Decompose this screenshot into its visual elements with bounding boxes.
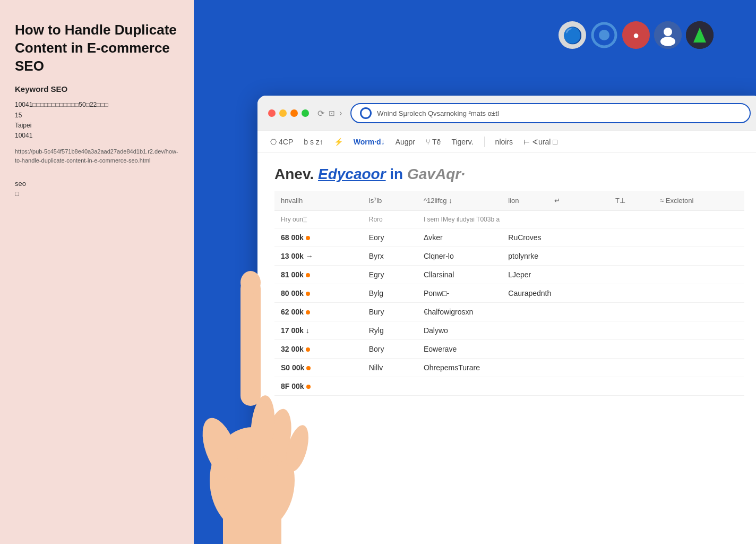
cell-metric-5: 62 00k: [274, 303, 363, 321]
th-lion[interactable]: lion: [502, 191, 547, 210]
cell-col2-8: OhrepemsTurare: [417, 359, 744, 377]
toolbar-icon-1: ⎔: [270, 138, 277, 146]
table-row: 80 00k Bylg Ponw□- Caurapednth: [274, 284, 744, 303]
svg-point-4: [660, 37, 675, 46]
cell-col2-4: Ponw□-: [417, 284, 502, 303]
toolbar-label-wormd: Worm·d↓: [354, 138, 385, 146]
cell-col1-6: Rylg: [363, 321, 417, 340]
cell-col2-3: Cllarsinal: [417, 266, 502, 284]
cell-metric-3: 81 00k: [274, 266, 363, 284]
th-lifcg[interactable]: ^12lifcg ↓: [417, 191, 502, 210]
nav-refresh-icon[interactable]: ⟳: [317, 108, 324, 118]
data-table: hnvalih ls⁷lb ^12lifcg ↓ lion ↵ T⊥ ≈ Exc…: [274, 191, 744, 396]
cell-col3-1: RuCroves: [502, 228, 744, 247]
cell-col3-3: LJeper: [502, 266, 744, 284]
icon-circle-1: 🔵: [559, 21, 586, 49]
th-t[interactable]: T⊥: [609, 191, 654, 210]
address-text: Wnind Sµrolech Qvsarnoking ²mats α±tl: [377, 109, 499, 117]
cell-metric-8: S0 00k: [274, 359, 363, 377]
icon-circle-2: [590, 21, 618, 49]
cell-col1-7: Bory: [363, 340, 417, 359]
cell-metric-4: 80 00k: [274, 284, 363, 303]
top-icons-row: 🔵 ●: [559, 21, 714, 49]
toolbar-item-3[interactable]: ⚡: [334, 138, 343, 146]
content-header: Anev. Edycaoor in GavAqr·: [274, 166, 744, 183]
browser-window: ⟳ ⊡ › Wnind Sµrolech Qvsarnoking ²mats α…: [257, 96, 756, 544]
th-hnvalih[interactable]: hnvalih: [274, 191, 363, 210]
traffic-lights: [268, 109, 309, 117]
cell-col2-7: Eowerave: [417, 340, 744, 359]
cell-col2-6: Dalywo: [417, 321, 744, 340]
cell-col1-1: Eory: [363, 228, 417, 247]
sidebar-tags: seo □: [15, 180, 179, 198]
sidebar: How to Handle Duplicate Content in E-com…: [0, 0, 194, 544]
toolbar-icon-fork: ⑂: [426, 138, 430, 146]
toolbar-item-2[interactable]: b s z↑: [304, 138, 323, 146]
cell-col2-9: [417, 377, 744, 396]
table-row: S0 00k Nillv OhrepemsTurare: [274, 359, 744, 377]
tl-fullscreen-green[interactable]: [302, 109, 309, 117]
tl-minimize[interactable]: [279, 109, 287, 117]
table-row: 68 00k Eory Δvker RuCroves: [274, 228, 744, 247]
table-row: 32 00k Bory Eowerave: [274, 340, 744, 359]
svg-point-3: [664, 28, 672, 36]
table-row: 62 00k Bury €halfowigrosxn: [274, 303, 744, 321]
toolbar-icon-ural: ⊢: [523, 138, 530, 146]
cell-col1-3: Egry: [363, 266, 417, 284]
cell-col1-8: Nillv: [363, 359, 417, 377]
browser-content: Anev. Edycaoor in GavAqr· hnvalih ls⁷lb …: [257, 153, 756, 544]
toolbar-label-ural: ∢ural □: [532, 138, 557, 146]
toolbar-label-tigerv: Tigerv.: [451, 138, 473, 146]
toolbar-item-fte[interactable]: ⑂ Tē: [426, 138, 441, 146]
icon-circle-5: [686, 21, 714, 49]
th-lsb[interactable]: ls⁷lb: [363, 191, 417, 210]
th-excietoni[interactable]: ≈ Excietoni: [654, 191, 744, 210]
cell-metric-7: 32 00k: [274, 340, 363, 359]
table-row: 17 00k↓ Rylg Dalywo: [274, 321, 744, 340]
cell-col1-9: [363, 377, 417, 396]
table-body: 68 00k Eory Δvker RuCroves 13 00k→ Byrx …: [274, 228, 744, 396]
browser-address-bar[interactable]: Wnind Sµrolech Qvsarnoking ²mats α±tl: [350, 103, 751, 123]
toolbar-icon-3: ⚡: [334, 138, 343, 146]
cell-metric-2: 13 00k→: [274, 247, 363, 266]
cell-metric-9: 8F 00k: [274, 377, 363, 396]
sidebar-tag-seo: seo: [15, 180, 179, 188]
toolbar-item-wormd[interactable]: Worm·d↓: [354, 138, 385, 146]
table-header-row: hnvalih ls⁷lb ^12lifcg ↓ lion ↵ T⊥ ≈ Exc…: [274, 191, 744, 210]
toolbar-item-ural[interactable]: ⊢ ∢ural □: [523, 138, 557, 146]
cell-col1-5: Bury: [363, 303, 417, 321]
tl-fullscreen-orange[interactable]: [290, 109, 298, 117]
browser-toolbar: ⎔ 4CP b s z↑ ⚡ Worm·d↓ Augpr ⑂ Tē Tigerv…: [257, 131, 756, 153]
toolbar-item-tigerv[interactable]: Tigerv.: [451, 138, 473, 146]
browser-nav[interactable]: ⟳ ⊡ ›: [317, 108, 342, 118]
nav-share-icon[interactable]: ⊡: [329, 109, 335, 117]
title-part2: Edycaoor: [318, 166, 386, 182]
toolbar-item-augpr[interactable]: Augpr: [396, 138, 415, 146]
svg-point-8: [195, 413, 245, 483]
cell-col3-4: Caurapednth: [502, 284, 744, 303]
cell-col2-1: Δvker: [417, 228, 502, 247]
cell-col2-5: €halfowigrosxn: [417, 303, 744, 321]
subh-1: Hry oun⌶: [274, 210, 363, 228]
table-row: 81 00k Egry Cllarsinal LJeper: [274, 266, 744, 284]
subh-2: Roro: [363, 210, 417, 228]
tl-close[interactable]: [268, 109, 276, 117]
sidebar-url[interactable]: https://pub-5c454f571b8e40a3a2aad27ade84…: [15, 147, 179, 165]
table-row: 13 00k→ Byrx Clqner-lo ptolynrke: [274, 247, 744, 266]
th-arrow[interactable]: ↵: [548, 191, 584, 210]
nav-forward-icon[interactable]: ›: [339, 108, 342, 118]
browser-chrome: ⟳ ⊡ › Wnind Sµrolech Qvsarnoking ²mats α…: [257, 96, 756, 131]
toolbar-item-1[interactable]: ⎔ 4CP: [270, 138, 293, 146]
toolbar-label-2: b s z↑: [304, 138, 323, 146]
cell-metric-6: 17 00k↓: [274, 321, 363, 340]
svg-point-1: [599, 30, 609, 40]
content-title: Anev. Edycaoor in GavAqr·: [274, 166, 744, 183]
title-part1: Anev.: [274, 166, 314, 182]
icon-circle-4: [654, 21, 682, 49]
table-subheader-row: Hry oun⌶ Roro I sem IMey iludyai T003b a: [274, 210, 744, 228]
toolbar-label-1: 4CP: [279, 138, 293, 146]
toolbar-label-nloirs: nloirs: [495, 138, 513, 146]
sidebar-tag-extra: □: [15, 190, 179, 198]
cell-col2-2: Clqner-lo: [417, 247, 502, 266]
toolbar-item-nloirs[interactable]: nloirs: [495, 138, 513, 146]
